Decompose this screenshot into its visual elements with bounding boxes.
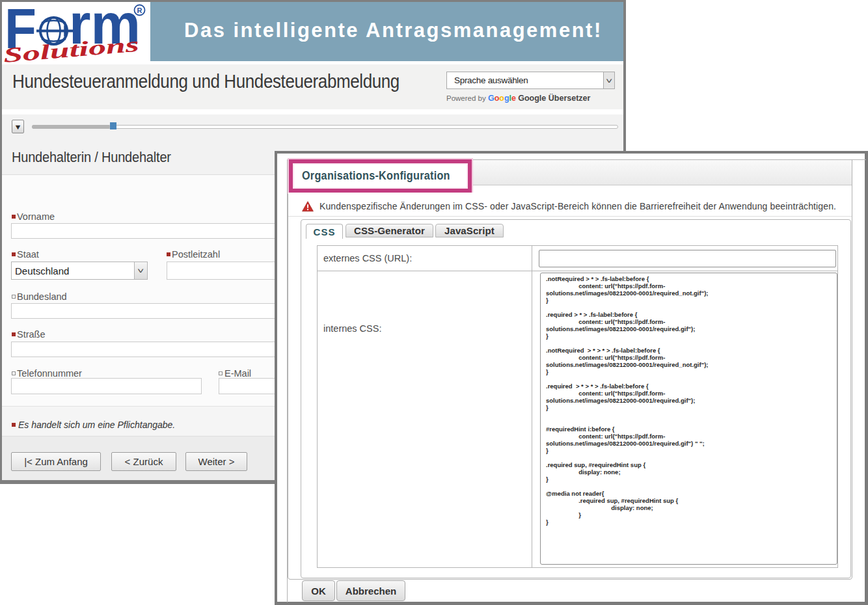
svg-text:R: R xyxy=(137,7,142,14)
